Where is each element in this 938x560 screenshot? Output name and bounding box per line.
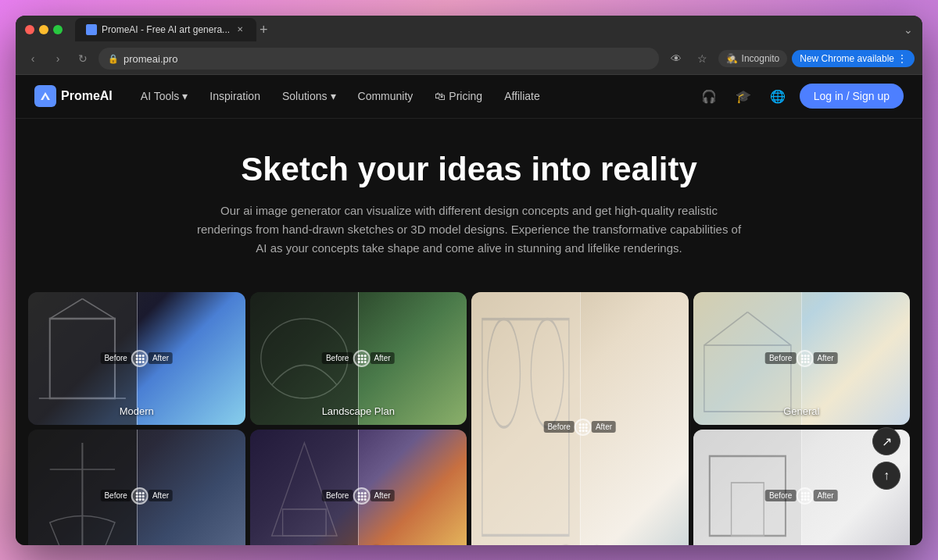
reload-button[interactable]: ↻ xyxy=(73,49,92,68)
nav-item-solutions[interactable]: Solutions ▾ xyxy=(273,85,345,107)
address-bar: ‹ › ↻ 🔒 promeai.pro 👁 ☆ 🕵 Incognito New … xyxy=(16,44,922,75)
slider-indicator-landscape: Before After xyxy=(322,350,395,367)
slider-dot-landscape[interactable] xyxy=(353,350,370,367)
chevron-down-icon-solutions: ▾ xyxy=(331,90,336,102)
new-chrome-label: New Chrome available xyxy=(800,53,894,64)
share-button[interactable]: ↗ xyxy=(872,427,900,455)
new-tab-button[interactable]: + xyxy=(260,23,268,37)
eye-off-icon[interactable]: 👁 xyxy=(665,48,687,70)
slider-dot-interior[interactable] xyxy=(575,419,592,436)
site-nav: PromeAI AI Tools ▾ Inspiration Solutions… xyxy=(16,75,922,119)
slider-indicator-interior: Before After xyxy=(543,419,616,436)
after-label-exterior1: After xyxy=(813,352,837,364)
after-label-pirate: After xyxy=(149,490,173,501)
nav-item-pricing[interactable]: 🛍 Pricing xyxy=(425,85,492,107)
upload-button[interactable]: ↑ xyxy=(872,462,900,490)
hero-title: Sketch your ideas into reality xyxy=(31,150,907,189)
after-label-landscape: After xyxy=(370,352,394,364)
chevron-down-icon: ▾ xyxy=(182,90,188,102)
upload-icon: ↑ xyxy=(883,469,890,483)
after-label-fantasy: After xyxy=(370,490,394,501)
grid-label-modern: Modern xyxy=(120,405,154,417)
traffic-lights xyxy=(25,25,63,34)
before-label-arch: Before xyxy=(765,490,796,501)
slider-dot-pirate[interactable] xyxy=(131,487,149,505)
hero-section: Sketch your ideas into reality Our ai im… xyxy=(16,119,922,292)
maximize-button[interactable] xyxy=(53,25,63,34)
image-grid: Before After Modern xyxy=(16,292,922,545)
slider-dot-fantasy[interactable] xyxy=(353,487,370,505)
grid-item-interior[interactable]: Before After General xyxy=(471,292,689,545)
title-bar: PromeAI - Free AI art genera... ✕ + ⌄ xyxy=(16,16,922,44)
graduation-icon[interactable]: 🎓 xyxy=(731,84,756,109)
minimize-button[interactable] xyxy=(39,25,48,34)
forward-button[interactable]: › xyxy=(48,49,67,68)
site-content: PromeAI AI Tools ▾ Inspiration Solutions… xyxy=(16,75,922,545)
before-label-exterior1: Before xyxy=(765,352,796,364)
before-label-interior: Before xyxy=(543,421,574,433)
logo-icon xyxy=(34,85,56,107)
incognito-label: Incognito xyxy=(742,53,780,64)
new-chrome-menu-icon: ⋮ xyxy=(897,53,907,64)
grid-label-exterior1: General xyxy=(783,405,819,417)
slider-indicator-exterior1: Before After xyxy=(765,350,838,367)
tab-bar: PromeAI - Free AI art genera... ✕ + xyxy=(75,18,268,41)
before-label-fantasy: Before xyxy=(322,490,353,501)
login-button[interactable]: Log in / Sign up xyxy=(800,84,904,109)
after-label: After xyxy=(149,352,173,364)
grid-item-landscape[interactable]: Before After Landscape Plan xyxy=(250,292,467,425)
url-text: promeai.pro xyxy=(124,53,177,65)
incognito-icon: 🕵 xyxy=(726,53,738,64)
hero-subtitle: Our ai image generator can visualize wit… xyxy=(195,202,743,258)
nav-item-ai-tools[interactable]: AI Tools ▾ xyxy=(131,85,198,107)
slider-dot-exterior1[interactable] xyxy=(796,350,813,367)
grid-item-exterior1[interactable]: Before After General xyxy=(693,292,911,425)
slider-indicator-arch: Before After xyxy=(765,487,838,505)
tab-favicon-icon xyxy=(86,24,97,35)
before-label-pirate: Before xyxy=(100,490,131,501)
active-tab[interactable]: PromeAI - Free AI art genera... ✕ xyxy=(75,18,256,41)
before-label: Before xyxy=(100,352,131,364)
grid-item-fantasy[interactable]: Before After Game Scene Design xyxy=(250,430,467,545)
browser-window: PromeAI - Free AI art genera... ✕ + ⌄ ‹ … xyxy=(16,16,922,545)
slider-dot[interactable] xyxy=(131,350,149,367)
grid-label-landscape: Landscape Plan xyxy=(322,405,395,417)
browser-right-icons: 👁 ☆ 🕵 Incognito New Chrome available ⋮ xyxy=(665,48,915,70)
gift-icon: 🛍 xyxy=(435,90,446,102)
floating-actions: ↗ ↑ xyxy=(872,427,900,490)
after-label-interior: After xyxy=(592,421,616,433)
new-chrome-button[interactable]: New Chrome available ⋮ xyxy=(792,50,915,67)
globe-icon[interactable]: 🌐 xyxy=(765,84,790,109)
tab-title: PromeAI - Free AI art genera... xyxy=(102,24,230,35)
close-button[interactable] xyxy=(25,25,34,34)
headphones-icon[interactable]: 🎧 xyxy=(696,84,721,109)
slider-dot-arch[interactable] xyxy=(796,487,813,505)
grid-label-interior: General xyxy=(562,543,598,545)
incognito-badge[interactable]: 🕵 Incognito xyxy=(718,50,788,67)
slider-indicator-pirate: Before After xyxy=(100,487,173,505)
share-icon: ↗ xyxy=(882,434,892,449)
grid-item-pirate[interactable]: Before After xyxy=(28,430,245,545)
slider-indicator: Before After xyxy=(100,350,173,367)
window-chevron-icon[interactable]: ⌄ xyxy=(904,23,913,36)
nav-item-community[interactable]: Community xyxy=(349,85,423,107)
after-label-arch: After xyxy=(813,490,837,501)
nav-items: AI Tools ▾ Inspiration Solutions ▾ Commu… xyxy=(131,85,696,107)
back-button[interactable]: ‹ xyxy=(23,49,42,68)
slider-indicator-fantasy: Before After xyxy=(322,487,395,505)
logo[interactable]: PromeAI xyxy=(34,85,113,107)
star-icon[interactable]: ☆ xyxy=(692,48,714,70)
nav-item-inspiration[interactable]: Inspiration xyxy=(200,85,270,107)
grid-item-modern[interactable]: Before After Modern xyxy=(28,292,245,425)
nav-right: 🎧 🎓 🌐 Log in / Sign up xyxy=(696,84,904,109)
login-label: Log in / Sign up xyxy=(814,90,890,102)
tab-close-icon[interactable]: ✕ xyxy=(234,24,245,35)
nav-item-affiliate[interactable]: Affiliate xyxy=(495,85,550,107)
lock-icon: 🔒 xyxy=(108,54,119,64)
before-label-landscape: Before xyxy=(322,352,353,364)
grid-label-fantasy: Game Scene Design xyxy=(311,543,405,545)
logo-text: PromeAI xyxy=(61,89,113,103)
url-bar[interactable]: 🔒 promeai.pro xyxy=(98,48,659,70)
